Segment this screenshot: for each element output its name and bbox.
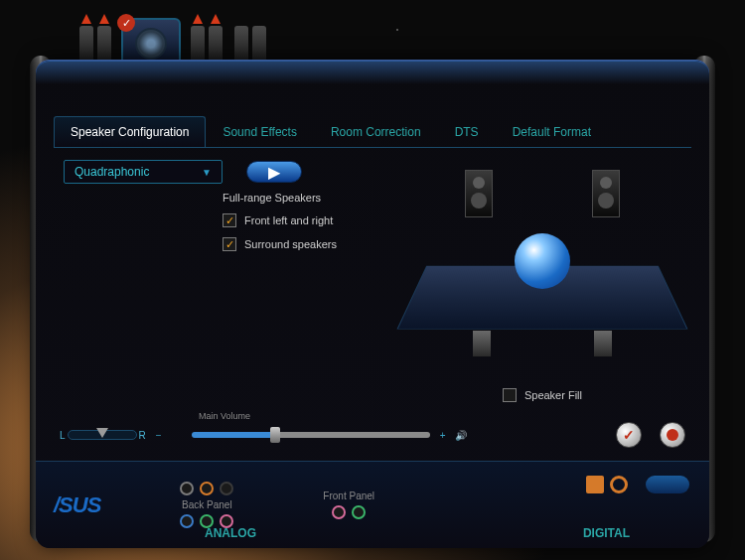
speaker-front-right-icon[interactable] <box>592 170 620 217</box>
optical-out-icon[interactable] <box>610 476 628 493</box>
balance-left-label: L <box>60 430 66 441</box>
balance-slider[interactable] <box>68 430 137 440</box>
tab-speaker-configuration[interactable]: Speaker Configuration <box>54 116 206 147</box>
dropdown-value: Quadraphonic <box>74 165 149 179</box>
status-pill-icon <box>646 476 689 493</box>
speaker-surround-right-icon[interactable] <box>594 331 612 356</box>
tab-dts[interactable]: DTS <box>438 116 496 147</box>
volume-plus-icon: + <box>440 430 446 441</box>
play-icon: ▶ <box>268 163 280 182</box>
jack-port-icon[interactable] <box>352 505 366 519</box>
jack-port-icon[interactable] <box>200 482 214 495</box>
balance-thumb-icon[interactable] <box>96 428 108 438</box>
front-panel-label: Front Panel <box>323 490 374 501</box>
brand-logo: /SUS <box>54 492 100 518</box>
tab-sound-effects[interactable]: Sound Effects <box>206 116 314 147</box>
top-connector-row: ✓ <box>79 18 266 66</box>
main-panel: Speaker Configuration Sound Effects Room… <box>36 60 709 548</box>
balance-right-label: R <box>139 430 146 441</box>
check-badge-icon: ✓ <box>117 14 135 32</box>
tab-default-format[interactable]: Default Format <box>496 116 608 147</box>
surround-checkbox[interactable]: ✓ <box>223 237 236 251</box>
front-lr-checkbox[interactable]: ✓ <box>223 213 236 227</box>
jack-port-icon[interactable] <box>180 482 194 495</box>
speaker-mode-dropdown[interactable]: Quadraphonic ▼ <box>64 160 223 184</box>
active-device-icon[interactable]: ✓ <box>121 18 181 66</box>
volume-row: L R − Main Volume + 🔊 <box>60 415 685 455</box>
digital-out-icon[interactable] <box>586 476 604 493</box>
volume-slider[interactable] <box>192 432 430 438</box>
speaker-fill-option: ✓ Speaker Fill <box>503 388 582 402</box>
tab-room-correction[interactable]: Room Correction <box>314 116 438 147</box>
tab-bar: Speaker Configuration Sound Effects Room… <box>54 116 691 148</box>
advanced-button[interactable] <box>660 422 685 448</box>
listener-sphere-icon <box>515 233 570 289</box>
footer-indicators <box>586 476 689 493</box>
speaker-front-left-icon[interactable] <box>465 170 493 217</box>
footer: /SUS Back Panel Front Panel <box>36 461 709 548</box>
front-panel-group: Front Panel <box>323 490 374 519</box>
balance-control: L R <box>60 430 146 441</box>
volume-label: Main Volume <box>199 411 250 421</box>
speaker-surround-left-icon[interactable] <box>473 331 491 356</box>
back-panel-label: Back Panel <box>182 499 232 510</box>
content-area: Quadraphonic ▼ ▶ Full-range Speakers ✓ F… <box>64 160 681 419</box>
digital-label: DIGITAL <box>583 526 630 540</box>
speaker-fill-label: Speaker Fill <box>524 389 582 401</box>
speaker-fill-checkbox[interactable]: ✓ <box>503 388 517 402</box>
test-play-button[interactable]: ▶ <box>246 161 302 183</box>
front-lr-label: Front left and right <box>244 214 333 226</box>
volume-minus-icon: − <box>156 430 162 441</box>
apply-button[interactable] <box>616 422 642 448</box>
speaker-diagram <box>403 170 681 368</box>
jack-port-icon[interactable] <box>220 482 233 495</box>
analog-label: ANALOG <box>205 526 256 540</box>
jack-port-icon[interactable] <box>180 514 194 528</box>
surround-label: Surround speakers <box>244 238 337 250</box>
volume-thumb-icon[interactable] <box>270 427 280 443</box>
back-panel-group: Back Panel <box>180 482 233 528</box>
jack-port-icon[interactable] <box>332 505 346 519</box>
chevron-down-icon: ▼ <box>202 167 212 178</box>
speaker-sound-icon[interactable]: 🔊 <box>455 430 467 441</box>
